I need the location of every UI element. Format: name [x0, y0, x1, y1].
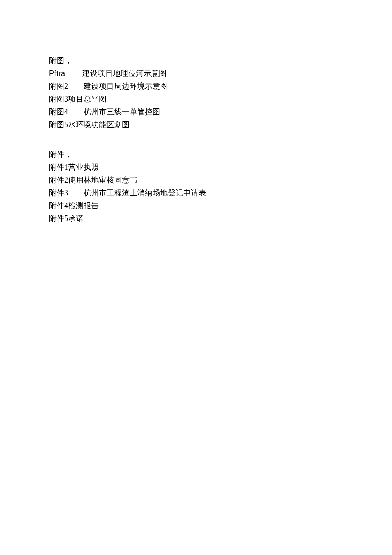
- attachment-item-label: 附件4: [49, 201, 68, 210]
- figure-item-label: 附图5: [49, 120, 68, 129]
- figure-item-text: 项目总平图: [68, 95, 107, 103]
- attachment-item-text: 使用林地审核同意书: [68, 176, 137, 184]
- figure-item-text: 杭州市三线一单管控图: [84, 108, 160, 116]
- figure-item: 附图5水环境功能区划图: [49, 119, 392, 130]
- attachment-item-text: 检测报告: [68, 201, 99, 210]
- figure-item-gap: [67, 69, 82, 78]
- figure-item-text: 建设项目周边环境示意图: [84, 82, 168, 90]
- attachment-item: 附件3 杭州市工程渣土消纳场地登记申请表: [49, 188, 392, 198]
- attachment-item-text: 承诺: [68, 214, 84, 223]
- attachment-item: 附件4检测报告: [49, 200, 392, 211]
- figure-item-label: 附图3: [49, 95, 68, 103]
- figure-item: Pftrai 建设项目地理位河示意图: [49, 68, 392, 78]
- attachment-item-label: 附件3: [49, 189, 68, 197]
- figure-item-label: Pftrai: [49, 69, 67, 78]
- attachment-item-label: 附件2: [49, 176, 68, 184]
- figure-item: 附图4 杭州市三线一单管控图: [49, 107, 392, 117]
- attachment-item-gap: [68, 189, 84, 197]
- figure-item-label: 附图2: [49, 82, 68, 90]
- attachment-item-label: 附件5: [49, 214, 68, 223]
- attachment-item-label: 附件1: [49, 163, 68, 171]
- attachment-item-text: 营业执照: [68, 163, 99, 171]
- figure-item-gap: [68, 108, 84, 116]
- document-page: 附图， Pftrai 建设项目地理位河示意图 附图2 建设项目周边环境示意图 附…: [0, 0, 392, 555]
- attachments-heading: 附件，: [49, 149, 392, 160]
- figure-item-label: 附图4: [49, 108, 68, 116]
- section-spacer: [49, 132, 392, 149]
- attachment-item: 附件2使用林地审核同意书: [49, 175, 392, 185]
- attachment-item-text: 杭州市工程渣土消纳场地登记申请表: [84, 189, 206, 197]
- attachment-item: 附件5承诺: [49, 213, 392, 224]
- figure-item-gap: [68, 82, 84, 90]
- figure-item-text: 水环境功能区划图: [68, 120, 130, 129]
- figures-heading: 附图，: [49, 55, 392, 66]
- figure-item: 附图3项目总平图: [49, 94, 392, 104]
- attachment-item: 附件1营业执照: [49, 162, 392, 172]
- figure-item-text: 建设项目地理位河示意图: [82, 69, 167, 78]
- figure-item: 附图2 建设项目周边环境示意图: [49, 81, 392, 91]
